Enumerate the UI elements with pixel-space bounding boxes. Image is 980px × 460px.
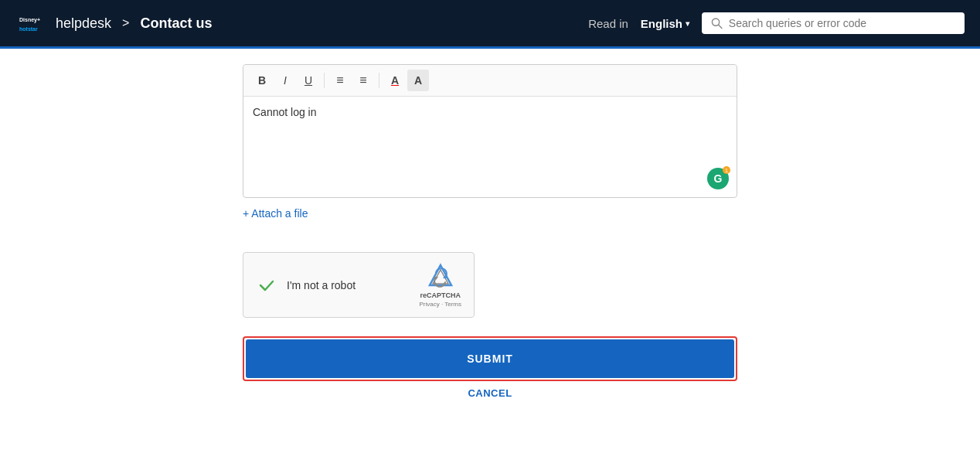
logo-icon: Disney+ hotstar — [15, 6, 49, 40]
svg-line-4 — [719, 25, 722, 28]
form-container: B I U ≡ ≡ A A Cannot log in G 1 + Attach… — [227, 56, 753, 437]
recaptcha-right: reCAPTCHA Privacy · Terms — [419, 262, 461, 308]
grammarly-g-icon: G — [714, 172, 723, 185]
logo-area[interactable]: Disney+ hotstar — [15, 6, 49, 40]
toolbar-separator-1 — [324, 73, 325, 88]
underline-button[interactable]: U — [298, 70, 319, 91]
grammarly-button[interactable]: G 1 — [707, 168, 729, 189]
submit-button[interactable]: SUBMIT — [246, 339, 734, 378]
svg-text:hotstar: hotstar — [19, 26, 38, 32]
submit-button-wrapper: SUBMIT — [243, 336, 737, 381]
search-icon — [711, 17, 723, 29]
svg-text:Disney+: Disney+ — [19, 17, 40, 23]
recaptcha-logo-icon — [427, 262, 454, 290]
read-in-label: Read in — [588, 17, 628, 30]
highlight-button[interactable]: A — [407, 70, 429, 91]
svg-point-0 — [15, 6, 49, 40]
cancel-button[interactable]: CANCEL — [243, 387, 737, 399]
search-input[interactable] — [729, 17, 955, 29]
recaptcha-links: Privacy · Terms — [419, 301, 461, 308]
recaptcha-checkmark — [256, 274, 277, 296]
grammarly-badge: 1 — [723, 166, 730, 174]
chevron-down-icon: ▾ — [686, 19, 689, 28]
font-color-button[interactable]: A — [384, 70, 406, 91]
spacer-1 — [243, 229, 737, 240]
attach-file-link[interactable]: + Attach a file — [243, 207, 308, 220]
breadcrumb-separator: > — [122, 16, 129, 30]
editor-content: Cannot log in — [253, 106, 317, 118]
navbar: Disney+ hotstar helpdesk > Contact us Re… — [0, 0, 980, 46]
privacy-link[interactable]: Privacy — [419, 301, 439, 308]
editor-toolbar: B I U ≡ ≡ A A — [243, 65, 737, 97]
contact-us-label: Contact us — [140, 15, 212, 32]
editor-body[interactable]: Cannot log in G 1 — [243, 97, 737, 197]
check-icon — [256, 274, 277, 296]
recaptcha-name-label: reCAPTCHA — [420, 291, 461, 299]
recaptcha-box[interactable]: I'm not a robot reCAPTCHA Privacy · — [243, 252, 475, 318]
unordered-list-button[interactable]: ≡ — [329, 70, 351, 91]
language-label: English — [641, 17, 682, 30]
scroll-spacer — [243, 56, 737, 64]
terms-link[interactable]: Terms — [444, 301, 461, 308]
italic-button[interactable]: I — [274, 70, 296, 91]
search-box — [702, 12, 965, 34]
nav-right: Read in English ▾ — [588, 12, 965, 34]
not-robot-label: I'm not a robot — [287, 279, 356, 291]
nav-left: Disney+ hotstar helpdesk > Contact us — [15, 6, 588, 40]
main-content: B I U ≡ ≡ A A Cannot log in G 1 + Attach… — [0, 49, 980, 460]
toolbar-separator-2 — [379, 73, 379, 88]
ordered-list-button[interactable]: ≡ — [352, 70, 374, 91]
rich-text-editor: B I U ≡ ≡ A A Cannot log in G 1 — [243, 64, 737, 198]
helpdesk-label: helpdesk — [56, 15, 111, 32]
language-selector[interactable]: English ▾ — [641, 17, 689, 30]
bold-button[interactable]: B — [251, 70, 273, 91]
recaptcha-left: I'm not a robot — [256, 274, 356, 296]
